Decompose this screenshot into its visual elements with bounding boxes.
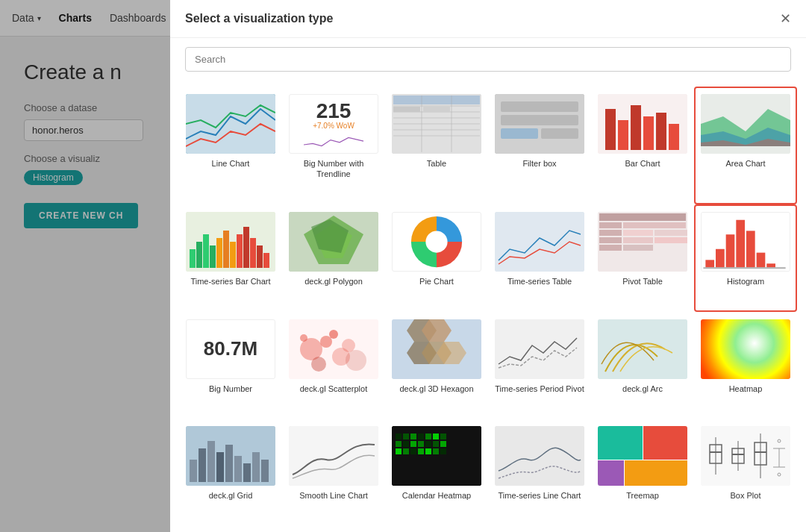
svg-rect-113 <box>396 448 402 454</box>
svg-rect-116 <box>418 448 424 454</box>
viz-label-area-chart: Area Chart <box>725 158 765 169</box>
thumb-pivot-table <box>598 212 687 272</box>
svg-rect-19 <box>605 109 616 150</box>
viz-item-deckgl-scatterplot[interactable]: deck.gl Scatterplot <box>282 312 385 419</box>
svg-rect-65 <box>736 220 745 267</box>
svg-rect-115 <box>410 448 416 454</box>
viz-item-smooth-line[interactable]: Smooth Line Chart <box>282 419 385 526</box>
svg-rect-16 <box>501 128 538 139</box>
viz-item-pie-chart[interactable]: Pie Chart <box>385 204 488 312</box>
viz-item-area-chart[interactable]: Area Chart <box>694 87 797 204</box>
viz-item-box-plot[interactable]: Box Plot <box>694 419 797 526</box>
svg-rect-122 <box>598 426 643 460</box>
svg-rect-66 <box>746 231 755 267</box>
svg-rect-114 <box>403 448 409 454</box>
viz-label-deckgl-polygon: deck.gl Polygon <box>304 276 363 287</box>
viz-item-line-chart[interactable]: Line Chart <box>179 87 282 204</box>
viz-label-box-plot: Box Plot <box>731 490 761 501</box>
thumb-time-series-line <box>495 426 584 486</box>
svg-rect-91 <box>216 452 224 482</box>
svg-rect-63 <box>716 249 725 267</box>
svg-rect-52 <box>623 222 686 228</box>
svg-rect-22 <box>643 116 654 150</box>
viz-label-bar-chart: Bar Chart <box>625 158 660 169</box>
viz-type-modal: Select a visualization type ✕ Line Chart <box>170 0 806 532</box>
svg-rect-14 <box>501 101 578 112</box>
svg-rect-54 <box>623 230 653 236</box>
svg-rect-109 <box>418 441 424 447</box>
svg-rect-2 <box>393 96 480 104</box>
svg-point-74 <box>311 357 326 372</box>
svg-rect-107 <box>403 441 409 447</box>
viz-label-big-number: Big Number <box>209 384 252 394</box>
svg-rect-88 <box>190 460 197 482</box>
viz-item-big-number-trendline[interactable]: 215 +7.0% WoW Big Number with Trendline <box>282 87 385 204</box>
modal-header: Select a visualization type ✕ <box>170 0 806 38</box>
modal-close-button[interactable]: ✕ <box>780 12 791 25</box>
svg-rect-15 <box>501 115 578 125</box>
viz-label-table: Table <box>427 158 446 169</box>
viz-item-big-number[interactable]: 80.7M Big Number <box>179 312 282 419</box>
svg-rect-68 <box>766 263 775 267</box>
modal-overlay: Select a visualization type ✕ Line Chart <box>0 0 806 532</box>
svg-rect-50 <box>599 213 686 221</box>
svg-rect-33 <box>210 245 216 268</box>
viz-item-deckgl-grid[interactable]: deck.gl Grid <box>179 419 282 526</box>
viz-label-time-series-bar: Time-series Bar Chart <box>190 276 270 287</box>
viz-item-table[interactable]: Table <box>385 87 488 204</box>
svg-rect-31 <box>196 242 202 268</box>
viz-item-time-series-line[interactable]: Time-series Line Chart <box>488 419 591 526</box>
viz-item-time-series-bar[interactable]: Time-series Bar Chart <box>179 204 282 312</box>
svg-rect-117 <box>425 448 431 454</box>
svg-rect-61 <box>702 213 790 271</box>
viz-label-calendar: Calendar Heatmap <box>402 490 471 501</box>
thumb-heatmap <box>701 319 790 379</box>
thumb-filter-box <box>495 94 584 154</box>
svg-rect-67 <box>757 253 766 268</box>
thumb-smooth-line <box>289 426 378 486</box>
viz-item-deckgl-3d-hexagon[interactable]: deck.gl 3D Hexagon <box>385 312 488 419</box>
svg-rect-21 <box>631 105 641 150</box>
svg-rect-37 <box>237 234 243 268</box>
viz-label-treemap: Treemap <box>626 490 659 501</box>
svg-rect-55 <box>655 230 687 236</box>
svg-rect-32 <box>203 234 209 268</box>
svg-rect-35 <box>223 231 229 268</box>
svg-rect-103 <box>425 434 431 439</box>
svg-rect-111 <box>433 441 439 447</box>
viz-item-deckgl-arc[interactable]: deck.gl Arc <box>591 312 694 419</box>
search-input[interactable] <box>185 47 791 72</box>
viz-item-histogram[interactable]: Histogram <box>694 204 797 312</box>
thumb-time-series-table <box>495 212 584 272</box>
viz-label-pie-chart: Pie Chart <box>419 276 454 287</box>
thumb-deckgl-3d-hexagon <box>392 319 481 379</box>
svg-rect-101 <box>410 434 416 439</box>
viz-item-calendar[interactable]: Calendar Heatmap <box>385 419 488 526</box>
viz-item-heatmap[interactable]: Heatmap <box>694 312 797 419</box>
svg-rect-34 <box>216 238 222 268</box>
thumb-bar-chart <box>598 94 687 154</box>
viz-item-time-series-period[interactable]: Time-series Period Pivot <box>488 312 591 419</box>
viz-item-deckgl-polygon[interactable]: deck.gl Polygon <box>282 204 385 312</box>
viz-item-filter-box[interactable]: Filter box <box>488 87 591 204</box>
thumb-deckgl-scatterplot <box>289 319 378 379</box>
svg-rect-118 <box>433 448 439 454</box>
svg-rect-51 <box>599 222 622 228</box>
svg-rect-106 <box>396 441 402 447</box>
viz-item-time-series-table[interactable]: Time-series Table <box>488 204 591 312</box>
viz-item-bar-chart[interactable]: Bar Chart <box>591 87 694 204</box>
svg-rect-24 <box>669 124 679 150</box>
thumb-big-number: 80.7M <box>186 319 275 379</box>
viz-label-heatmap: Heatmap <box>729 384 763 394</box>
thumb-deckgl-arc <box>598 319 687 379</box>
svg-rect-90 <box>207 441 215 482</box>
viz-item-pivot-table[interactable]: Pivot Table <box>591 204 694 312</box>
thumb-treemap <box>598 426 687 486</box>
svg-rect-38 <box>243 227 249 268</box>
svg-rect-62 <box>705 260 714 267</box>
svg-rect-125 <box>625 460 687 486</box>
svg-rect-96 <box>261 460 269 482</box>
viz-label-pivot-table: Pivot Table <box>622 276 663 287</box>
svg-rect-95 <box>252 452 260 482</box>
viz-item-treemap[interactable]: Treemap <box>591 419 694 526</box>
